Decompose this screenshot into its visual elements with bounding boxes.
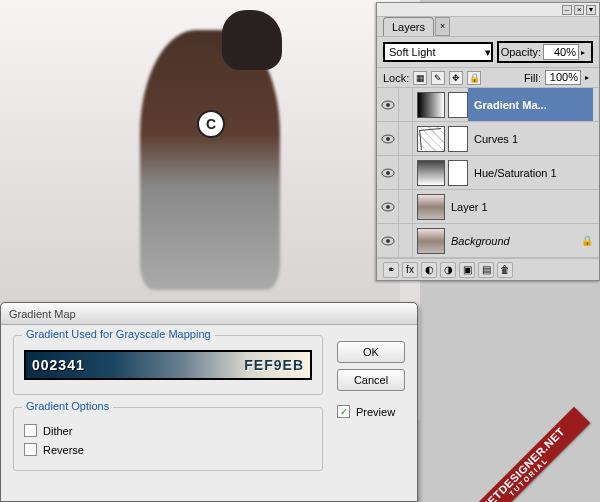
watermark-line1: VIETDESIGNER.NET [477,425,567,502]
fieldset-legend-2: Gradient Options [22,400,113,412]
opacity-label: Opacity: [501,46,541,58]
panel-minimize-icon[interactable]: – [562,5,572,15]
layer-name[interactable]: Hue/Saturation 1 [468,156,593,189]
svg-point-5 [386,171,390,175]
lock-position-icon[interactable]: ✥ [449,71,463,85]
layer-row[interactable]: Gradient Ma... [377,88,599,122]
preview-label: Preview [356,406,395,418]
panel-tabs: Layers × [377,17,599,36]
layer-list: Gradient Ma...Curves 1Hue/Saturation 1La… [377,88,599,258]
opacity-flyout-icon[interactable]: ▸ [581,48,589,57]
hex-light: FEF9EB [244,357,304,373]
visibility-toggle[interactable] [377,224,399,257]
fieldset-legend: Gradient Used for Grayscale Mapping [22,328,215,340]
preview-checkbox[interactable]: ✓ [337,405,350,418]
dither-label: Dither [43,425,72,437]
reverse-label: Reverse [43,444,84,456]
tab-layers[interactable]: Layers [383,17,434,36]
panel-window-bar: – × ▾ [377,3,599,17]
layer-name[interactable]: Layer 1 [445,190,593,223]
svg-point-7 [386,205,390,209]
adjustment-icon[interactable]: ◑ [440,262,456,278]
layer-row[interactable]: Hue/Saturation 1 [377,156,599,190]
cancel-button[interactable]: Cancel [337,369,405,391]
fill-input[interactable]: 100% [545,70,581,85]
svg-point-1 [386,103,390,107]
layer-row[interactable]: Layer 1 [377,190,599,224]
lock-pixels-icon[interactable]: ✎ [431,71,445,85]
group-icon[interactable]: ▣ [459,262,475,278]
blend-mode-select[interactable]: Soft Light ▾ [383,42,493,62]
layer-row[interactable]: Background🔒 [377,224,599,258]
visibility-toggle[interactable] [377,156,399,189]
link-col [399,88,413,121]
link-col [399,122,413,155]
layer-name[interactable]: Gradient Ma... [468,88,593,121]
watermark: VIETDESIGNER.NET TUTORIAL [459,407,590,502]
shirt-logo: C [197,110,225,138]
link-col [399,190,413,223]
layer-thumb[interactable] [417,194,445,220]
tab-close-x-icon[interactable]: × [435,17,450,36]
opacity-control: Opacity: 40% ▸ [497,41,593,63]
link-col [399,224,413,257]
layer-mask-thumb[interactable] [448,126,468,152]
visibility-toggle[interactable] [377,190,399,223]
chevron-down-icon: ▾ [485,46,491,59]
reverse-checkbox[interactable] [24,443,37,456]
layer-name[interactable]: Curves 1 [468,122,593,155]
lock-all-icon[interactable]: 🔒 [467,71,481,85]
visibility-toggle[interactable] [377,122,399,155]
hex-dark: 002341 [32,357,85,373]
panel-footer: ⚭ fx ◐ ◑ ▣ ▤ 🗑 [377,258,599,280]
dialog-title: Gradient Map [1,303,417,325]
layer-thumb[interactable] [417,126,445,152]
blend-mode-value: Soft Light [389,46,435,58]
opacity-input[interactable]: 40% [543,44,579,60]
fill-flyout-icon[interactable]: ▸ [585,73,593,82]
lock-row: Lock: ▦ ✎ ✥ 🔒 Fill: 100% ▸ [377,67,599,88]
panel-menu-icon[interactable]: ▾ [586,5,596,15]
gradient-map-dialog: Gradient Map Gradient Used for Grayscale… [0,302,418,502]
panel-close-icon[interactable]: × [574,5,584,15]
dither-checkbox[interactable] [24,424,37,437]
lock-icon: 🔒 [581,235,593,246]
layer-thumb[interactable] [417,160,445,186]
link-col [399,156,413,189]
lock-label: Lock: [383,72,409,84]
add-mask-icon[interactable]: ◐ [421,262,437,278]
new-layer-icon[interactable]: ▤ [478,262,494,278]
layer-thumb[interactable] [417,228,445,254]
gradient-picker[interactable]: 002341 FEF9EB [24,350,312,380]
fill-label: Fill: [524,72,541,84]
gradient-mapping-fieldset: Gradient Used for Grayscale Mapping 0023… [13,335,323,395]
gradient-options-fieldset: Gradient Options Dither Reverse [13,407,323,471]
visibility-toggle[interactable] [377,88,399,121]
layer-mask-thumb[interactable] [448,160,468,186]
layer-row[interactable]: Curves 1 [377,122,599,156]
svg-point-3 [386,137,390,141]
lock-transparency-icon[interactable]: ▦ [413,71,427,85]
blend-row: Soft Light ▾ Opacity: 40% ▸ [377,36,599,67]
fx-icon[interactable]: fx [402,262,418,278]
ok-button[interactable]: OK [337,341,405,363]
layer-thumb[interactable] [417,92,445,118]
layers-panel: – × ▾ Layers × Soft Light ▾ Opacity: 40%… [376,2,600,281]
layer-name[interactable]: Background [445,224,581,257]
trash-icon[interactable]: 🗑 [497,262,513,278]
svg-point-9 [386,239,390,243]
layer-mask-thumb[interactable] [448,92,468,118]
link-layers-icon[interactable]: ⚭ [383,262,399,278]
